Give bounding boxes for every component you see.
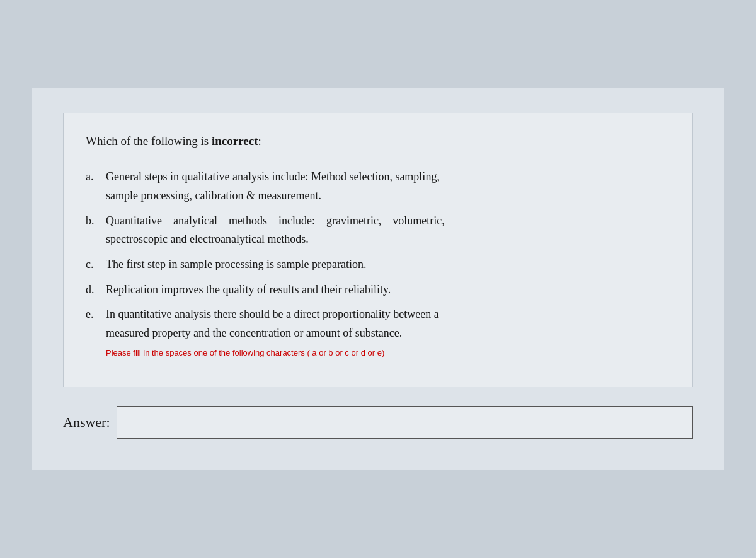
option-e-label: e. xyxy=(86,305,106,324)
option-b-label: b. xyxy=(86,212,106,231)
fill-instruction: Please fill in the spaces one of the fol… xyxy=(106,348,384,357)
option-c: c. The first step in sample processing i… xyxy=(86,255,670,274)
option-d-text: Replication improves the quality of resu… xyxy=(106,281,670,299)
options-list: a. General steps in qualitative analysis… xyxy=(86,168,670,361)
option-d-label: d. xyxy=(86,281,106,299)
option-e: e. In quantitative analysis there should… xyxy=(86,305,670,361)
answer-row: Answer: xyxy=(63,406,693,439)
question-block: Which of the following is incorrect: a. … xyxy=(63,113,693,388)
question-title-suffix: : xyxy=(258,134,261,148)
option-b-text: Quantitative analytical methods include:… xyxy=(106,212,670,249)
option-b: b. Quantitative analytical methods inclu… xyxy=(86,212,670,249)
option-d: d. Replication improves the quality of r… xyxy=(86,281,670,299)
question-title: Which of the following is incorrect: xyxy=(86,132,670,151)
option-e-text: In quantitative analysis there should be… xyxy=(106,305,670,361)
question-title-keyword: incorrect xyxy=(212,134,258,148)
question-title-prefix: Which of the following is xyxy=(86,134,212,148)
option-c-text: The first step in sample processing is s… xyxy=(106,255,670,274)
page-container: Which of the following is incorrect: a. … xyxy=(32,88,724,471)
answer-label: Answer: xyxy=(63,414,110,431)
option-a: a. General steps in qualitative analysis… xyxy=(86,168,670,205)
option-a-label: a. xyxy=(86,168,106,187)
answer-input[interactable] xyxy=(117,406,693,439)
option-a-text: General steps in qualitative analysis in… xyxy=(106,168,670,205)
option-c-label: c. xyxy=(86,255,106,274)
